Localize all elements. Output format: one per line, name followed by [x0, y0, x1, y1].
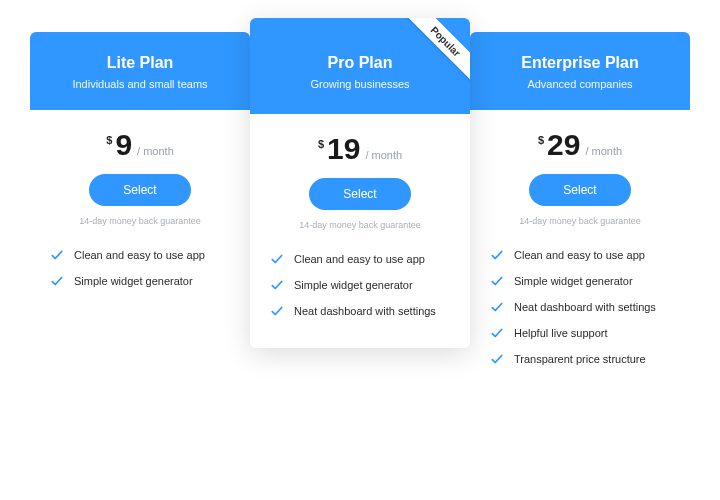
card-body: $9/ monthSelect14-day money back guarant…	[30, 110, 250, 318]
check-icon	[50, 248, 64, 262]
plan-subtitle: Advanced companies	[482, 78, 678, 90]
plan-subtitle: Growing businesses	[262, 78, 458, 90]
feature-text: Simple widget generator	[74, 275, 193, 287]
feature-list: Clean and easy to use appSimple widget g…	[488, 248, 672, 366]
check-icon	[490, 248, 504, 262]
check-icon	[490, 326, 504, 340]
feature-text: Clean and easy to use app	[514, 249, 645, 261]
feature-item: Simple widget generator	[50, 274, 230, 288]
currency-symbol: $	[318, 138, 324, 150]
check-icon	[490, 274, 504, 288]
select-button[interactable]: Select	[309, 178, 410, 210]
feature-text: Clean and easy to use app	[294, 253, 425, 265]
check-icon	[490, 352, 504, 366]
feature-item: Clean and easy to use app	[490, 248, 670, 262]
check-icon	[270, 278, 284, 292]
price: $29/ month	[488, 130, 672, 160]
select-button[interactable]: Select	[89, 174, 190, 206]
feature-item: Helpful live support	[490, 326, 670, 340]
feature-item: Simple widget generator	[270, 278, 450, 292]
feature-item: Simple widget generator	[490, 274, 670, 288]
feature-item: Clean and easy to use app	[270, 252, 450, 266]
feature-text: Transparent price structure	[514, 353, 646, 365]
price: $9/ month	[48, 130, 232, 160]
pricing-card: Lite PlanIndividuals and small teams$9/ …	[30, 32, 250, 318]
pricing-card: Enterprise PlanAdvanced companies$29/ mo…	[470, 32, 690, 396]
price-amount: 29	[547, 130, 580, 160]
feature-text: Simple widget generator	[514, 275, 633, 287]
card-header: Lite PlanIndividuals and small teams	[30, 32, 250, 110]
guarantee-text: 14-day money back guarantee	[48, 216, 232, 226]
pricing-card: PopularPro PlanGrowing businesses$19/ mo…	[250, 18, 470, 348]
feature-list: Clean and easy to use appSimple widget g…	[48, 248, 232, 288]
feature-item: Neat dashboard with settings	[490, 300, 670, 314]
feature-text: Helpful live support	[514, 327, 608, 339]
guarantee-text: 14-day money back guarantee	[488, 216, 672, 226]
card-header: PopularPro PlanGrowing businesses	[250, 18, 470, 114]
price: $19/ month	[268, 134, 452, 164]
plan-name: Lite Plan	[42, 54, 238, 72]
price-period: / month	[137, 145, 174, 157]
select-button[interactable]: Select	[529, 174, 630, 206]
feature-item: Transparent price structure	[490, 352, 670, 366]
feature-text: Neat dashboard with settings	[514, 301, 656, 313]
check-icon	[270, 304, 284, 318]
check-icon	[270, 252, 284, 266]
card-body: $19/ monthSelect14-day money back guaran…	[250, 114, 470, 348]
feature-list: Clean and easy to use appSimple widget g…	[268, 252, 452, 318]
check-icon	[50, 274, 64, 288]
feature-item: Neat dashboard with settings	[270, 304, 450, 318]
plan-name: Pro Plan	[262, 54, 458, 72]
card-header: Enterprise PlanAdvanced companies	[470, 32, 690, 110]
price-amount: 9	[115, 130, 132, 160]
pricing-cards: Lite PlanIndividuals and small teams$9/ …	[30, 32, 690, 396]
price-period: / month	[365, 149, 402, 161]
guarantee-text: 14-day money back guarantee	[268, 220, 452, 230]
currency-symbol: $	[106, 134, 112, 146]
plan-name: Enterprise Plan	[482, 54, 678, 72]
check-icon	[490, 300, 504, 314]
feature-text: Simple widget generator	[294, 279, 413, 291]
feature-item: Clean and easy to use app	[50, 248, 230, 262]
feature-text: Neat dashboard with settings	[294, 305, 436, 317]
card-body: $29/ monthSelect14-day money back guaran…	[470, 110, 690, 396]
currency-symbol: $	[538, 134, 544, 146]
plan-subtitle: Individuals and small teams	[42, 78, 238, 90]
feature-text: Clean and easy to use app	[74, 249, 205, 261]
price-amount: 19	[327, 134, 360, 164]
price-period: / month	[585, 145, 622, 157]
